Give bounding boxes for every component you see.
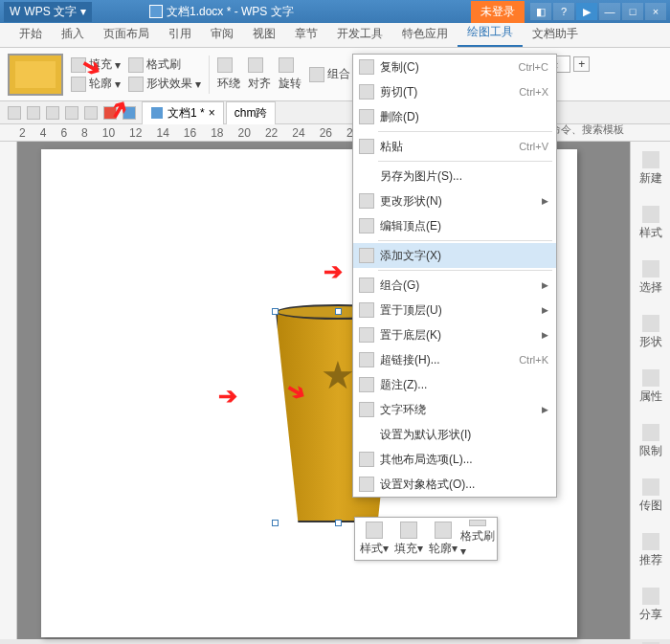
格式刷-icon	[469, 520, 486, 526]
tab-6[interactable]: 章节	[285, 21, 327, 47]
menu-H[interactable]: 超链接(H)...Ctrl+K	[353, 347, 556, 372]
doc-tab-2[interactable]: chm跨	[226, 101, 277, 124]
side-属性[interactable]: 属性	[639, 369, 662, 405]
align-icon	[248, 57, 263, 73]
shape-effect-button[interactable]: 形状效果▾	[128, 76, 201, 92]
effect-icon	[128, 77, 144, 92]
shape-icon	[359, 193, 374, 209]
新建-icon	[642, 151, 659, 168]
vertical-ruler	[0, 142, 17, 639]
tab-2[interactable]: 页面布局	[94, 21, 159, 47]
tab-7[interactable]: 开发工具	[327, 21, 392, 47]
outline-icon	[71, 77, 86, 92]
help-icon[interactable]: ?	[553, 3, 574, 20]
tab-4[interactable]: 审阅	[201, 21, 243, 47]
cap-icon	[359, 377, 374, 392]
shape-preview[interactable]	[8, 54, 63, 96]
menu-[interactable]: 粘贴Ctrl+V	[353, 134, 556, 159]
tab-9[interactable]: 绘图工具	[458, 19, 523, 47]
side-形状[interactable]: 形状	[639, 315, 662, 350]
float-轮廓[interactable]: 轮廓▾	[426, 520, 460, 558]
menu-[interactable]: 文字环绕▶	[353, 397, 556, 422]
del-icon	[359, 109, 374, 124]
side-panel: 新建样式选择形状属性限制传图推荐分享翻译求职	[630, 142, 670, 639]
min-button[interactable]: —	[599, 3, 620, 20]
menu-S[interactable]: 另存为图片(S)...	[353, 164, 556, 189]
menu-T[interactable]: 剪切(T)Ctrl+X	[353, 79, 556, 104]
menu-G[interactable]: 组合(G)▶	[353, 273, 556, 298]
menu-L[interactable]: 其他布局选项(L)...	[353, 447, 556, 472]
side-选择[interactable]: 选择	[639, 260, 662, 296]
skin-icon[interactable]: ◧	[530, 3, 551, 20]
side-样式[interactable]: 样式	[639, 206, 662, 241]
brush-icon	[128, 57, 144, 73]
轮廓-icon	[435, 522, 452, 539]
close-button[interactable]: ×	[645, 3, 666, 20]
doc-icon	[150, 106, 164, 120]
undo-icon[interactable]	[65, 106, 78, 120]
copy-icon	[359, 59, 374, 75]
选择-icon	[642, 260, 659, 278]
star-icon: ★	[321, 353, 355, 397]
outline-button[interactable]: 轮廓▾	[71, 76, 121, 92]
cloud-doc-icon[interactable]	[123, 106, 136, 120]
cloud-icon[interactable]: ▶	[576, 3, 597, 20]
tab-8[interactable]: 特色应用	[392, 21, 458, 47]
format-painter-button[interactable]: 格式刷	[128, 56, 201, 73]
bot-icon	[359, 327, 374, 343]
float-格式刷[interactable]: 格式刷▾	[460, 520, 495, 558]
形状-icon	[642, 315, 659, 332]
样式-icon	[366, 522, 383, 539]
app-name: WPS 文字	[24, 4, 77, 20]
rotate-button[interactable]	[279, 57, 302, 73]
tab-1[interactable]: 插入	[52, 21, 94, 47]
side-推荐[interactable]: 推荐	[639, 533, 662, 568]
handle-nw[interactable]	[272, 308, 279, 315]
float-样式[interactable]: 样式▾	[357, 520, 391, 558]
title-bar: W WPS 文字 ▾ 文档1.docx * - WPS 文字 未登录 ◧ ? ▶…	[0, 0, 670, 23]
menu-Z[interactable]: 题注(Z)...	[353, 372, 556, 397]
side-新建[interactable]: 新建	[639, 151, 662, 187]
align-button[interactable]	[248, 57, 271, 73]
save-icon[interactable]	[8, 106, 21, 120]
menu-U[interactable]: 置于顶层(U)▶	[353, 298, 556, 322]
tab-0[interactable]: 开始	[10, 21, 52, 47]
menu-X[interactable]: 添加文字(X)	[353, 243, 556, 268]
main-ribbon-tabs: 开始插入页面布局引用审阅视图章节开发工具特色应用绘图工具文档助手	[0, 23, 670, 48]
quick-access	[4, 106, 140, 120]
menu-K[interactable]: 置于底层(K)▶	[353, 322, 556, 347]
float-填充[interactable]: 填充▾	[391, 520, 426, 558]
tab-3[interactable]: 引用	[159, 21, 201, 47]
edit-icon	[359, 218, 374, 233]
chevron-down-icon: ▾	[80, 5, 86, 18]
menu-O[interactable]: 设置对象格式(O)...	[353, 472, 556, 497]
print-icon[interactable]	[27, 106, 40, 120]
side-传图[interactable]: 传图	[639, 478, 662, 514]
handle-n[interactable]	[335, 308, 342, 315]
close-tab-icon[interactable]: ×	[209, 106, 215, 120]
menu-N[interactable]: 更改形状(N)▶	[353, 189, 556, 213]
menu-D[interactable]: 删除(D)	[353, 104, 556, 129]
menu-C[interactable]: 复制(C)Ctrl+C	[353, 55, 556, 79]
handle-s[interactable]	[335, 520, 342, 526]
float-toolbar: 样式▾填充▾轮廓▾格式刷▾	[354, 517, 498, 561]
side-分享[interactable]: 分享	[639, 588, 662, 623]
redo-icon[interactable]	[84, 106, 98, 120]
menu-I[interactable]: 设置为默认形状(I)	[353, 422, 556, 447]
preview-icon[interactable]	[46, 106, 59, 120]
canvas: ★	[0, 142, 670, 639]
handle-sw[interactable]	[272, 520, 279, 526]
menu-E[interactable]: 编辑顶点(E)	[353, 213, 556, 238]
doc-tab-1[interactable]: 文档1 *×	[142, 101, 224, 124]
height-plus[interactable]: +	[573, 56, 590, 72]
side-限制[interactable]: 限制	[639, 424, 662, 459]
fill-button[interactable]: 填充▾	[71, 56, 121, 73]
tab-10[interactable]: 文档助手	[523, 21, 588, 47]
doc-title-group: 文档1.docx * - WPS 文字	[149, 4, 294, 20]
wrap-button[interactable]	[217, 57, 240, 73]
max-button[interactable]: □	[622, 3, 643, 20]
app-logo[interactable]: W WPS 文字 ▾	[4, 2, 92, 22]
wps-icon[interactable]	[103, 106, 117, 120]
tab-5[interactable]: 视图	[243, 21, 285, 47]
grp-icon	[359, 278, 374, 293]
